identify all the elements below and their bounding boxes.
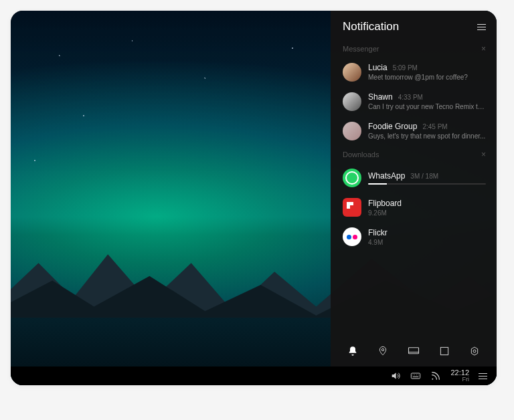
keyboard-icon[interactable]: [410, 371, 421, 381]
section-downloads-close-icon[interactable]: ×: [481, 150, 486, 159]
download-item[interactable]: WhatsApp 3M / 18M: [331, 163, 497, 193]
flipboard-icon: [343, 198, 361, 217]
message-preview: Meet tomorrow @1pm for coffee?: [368, 74, 486, 81]
taskbar-menu-icon[interactable]: [479, 373, 487, 379]
message-item[interactable]: Foodie Group 2:45 PM Guys, let's try tha…: [331, 116, 497, 146]
download-progress-text: 3M / 18M: [410, 173, 438, 180]
svg-point-5: [432, 379, 434, 380]
wifi-icon[interactable]: [430, 371, 441, 381]
panel-title: Notification: [343, 20, 399, 33]
svg-rect-4: [412, 373, 420, 379]
clock-day: Fri: [450, 377, 469, 383]
volume-icon[interactable]: [390, 371, 401, 381]
svg-rect-1: [408, 348, 418, 354]
message-preview: Can I try out your new Tecno Remix tab..…: [368, 103, 486, 110]
svg-point-3: [473, 350, 476, 352]
message-sender: Lucia: [368, 63, 388, 72]
bell-icon[interactable]: [347, 345, 359, 357]
download-item[interactable]: Flipboard 9.26M: [331, 193, 497, 222]
avatar: [343, 122, 361, 140]
download-name: Flipboard: [368, 199, 486, 208]
download-size: 4.9M: [368, 239, 486, 246]
taskbar: 22:12 Fri: [11, 366, 497, 385]
message-time: 5:09 PM: [393, 64, 418, 72]
svg-point-0: [382, 348, 384, 350]
panel-menu-icon[interactable]: [477, 24, 486, 30]
message-time: 2:45 PM: [422, 123, 447, 130]
message-time: 4:33 PM: [398, 94, 423, 101]
panel-bottom-nav: [331, 337, 497, 366]
square-icon[interactable]: [438, 345, 450, 357]
download-name: WhatsApp: [368, 171, 405, 181]
flickr-icon: [343, 227, 361, 246]
section-downloads-label: Downloads: [343, 150, 379, 159]
svg-rect-2: [440, 347, 448, 354]
section-messenger-close-icon[interactable]: ×: [481, 44, 486, 54]
whatsapp-icon: [343, 169, 361, 187]
avatar: [343, 92, 361, 111]
settings-icon[interactable]: [468, 345, 481, 357]
download-size: 9.26M: [368, 209, 486, 217]
section-messenger-label: Messenger: [343, 45, 379, 53]
location-icon[interactable]: [377, 345, 389, 357]
download-name: Flickr: [368, 228, 486, 237]
avatar: [343, 63, 361, 82]
message-sender: Foodie Group: [368, 122, 417, 131]
taskbar-clock[interactable]: 22:12 Fri: [450, 369, 469, 383]
notification-panel: Notification Messenger × Lucia 5:09 PM M…: [331, 11, 497, 366]
download-progress-bar: [368, 183, 486, 185]
download-item[interactable]: Flickr 4.9M: [331, 222, 497, 251]
message-preview: Guys, let's try that new spot for dinner…: [368, 132, 486, 140]
message-sender: Shawn: [368, 92, 393, 102]
message-item[interactable]: Shawn 4:33 PM Can I try out your new Tec…: [331, 87, 497, 116]
desktop-icon[interactable]: [408, 345, 420, 357]
message-item[interactable]: Lucia 5:09 PM Meet tomorrow @1pm for cof…: [331, 58, 497, 87]
